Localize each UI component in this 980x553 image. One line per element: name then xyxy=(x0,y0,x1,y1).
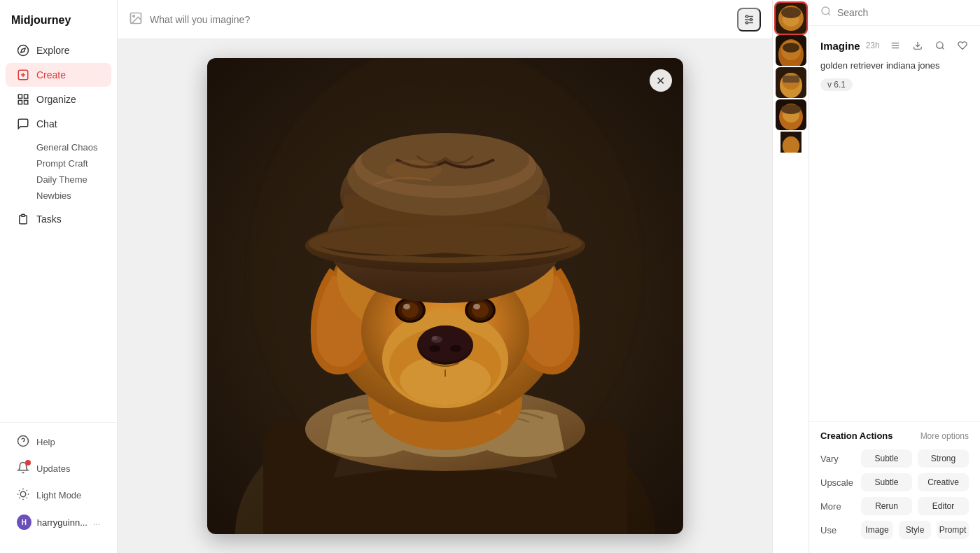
imagine-title-row: Imagine 23h xyxy=(820,36,969,55)
thumbnail-2[interactable] xyxy=(776,35,806,66)
use-image-button[interactable]: Image xyxy=(861,521,893,539)
search-input[interactable] xyxy=(837,7,969,18)
thumbnail-5[interactable] xyxy=(776,132,806,153)
user-profile[interactable]: H harryguinn... ... xyxy=(6,509,111,536)
imagine-input[interactable] xyxy=(150,14,730,25)
svg-point-22 xyxy=(133,15,135,16)
svg-line-15 xyxy=(19,490,20,491)
svg-point-28 xyxy=(746,22,748,24)
vary-subtle-button[interactable]: Subtle xyxy=(861,449,912,468)
chat-submenu: General Chaos Prompt Craft Daily Theme N… xyxy=(0,136,117,206)
editor-button[interactable]: Editor xyxy=(918,497,969,515)
sidebar-item-updates[interactable]: Updates xyxy=(6,456,111,482)
use-prompt-button[interactable]: Prompt xyxy=(937,521,969,539)
bell-icon xyxy=(17,461,29,476)
vary-row: Vary Subtle Strong xyxy=(820,449,969,468)
svg-line-19 xyxy=(19,498,20,498)
vary-label: Vary xyxy=(820,454,855,464)
close-button[interactable]: ✕ xyxy=(650,69,672,92)
help-icon xyxy=(17,435,29,449)
svg-point-45 xyxy=(429,345,440,352)
image-overlay: ✕ xyxy=(207,58,683,534)
sidebar-item-light-mode[interactable]: Light Mode xyxy=(6,482,111,508)
svg-marker-1 xyxy=(21,48,25,52)
compass-icon xyxy=(17,44,29,57)
use-style-button[interactable]: Style xyxy=(899,521,931,539)
heart-icon-btn[interactable] xyxy=(953,36,972,55)
main-image xyxy=(207,58,683,534)
imagine-time: 23h xyxy=(866,41,880,50)
main-content: ✕ xyxy=(118,0,772,553)
sidebar-item-organize[interactable]: Organize xyxy=(6,88,111,111)
rerun-button[interactable]: Rerun xyxy=(861,497,912,515)
more-label: More xyxy=(820,501,855,512)
creation-actions: Creation Actions More options Vary Subtl… xyxy=(809,421,980,553)
sidebar-item-create[interactable]: Create xyxy=(6,63,111,87)
svg-rect-8 xyxy=(24,101,28,104)
svg-point-27 xyxy=(750,18,752,20)
sidebar-nav: Explore Create Organize xyxy=(0,38,117,416)
sidebar-item-help[interactable]: Help xyxy=(6,429,111,455)
upscale-row: Upscale Subtle Creative xyxy=(820,473,969,491)
svg-line-20 xyxy=(27,490,27,491)
svg-rect-5 xyxy=(18,94,22,98)
more-options-link[interactable]: More options xyxy=(920,431,969,441)
tasks-label: Tasks xyxy=(36,214,62,225)
more-row: More Rerun Editor xyxy=(820,497,969,515)
chat-label: Chat xyxy=(36,118,57,130)
upscale-subtle-button[interactable]: Subtle xyxy=(861,473,912,491)
thumbnail-1[interactable] xyxy=(776,3,806,34)
search-action-btn[interactable] xyxy=(930,36,950,55)
menu-icon-btn[interactable] xyxy=(886,36,905,55)
svg-point-84 xyxy=(822,7,830,15)
svg-point-0 xyxy=(18,46,29,56)
svg-line-85 xyxy=(828,13,830,15)
sidebar-item-general-chaos[interactable]: General Chaos xyxy=(31,139,117,155)
svg-point-44 xyxy=(432,336,438,340)
search-icon xyxy=(820,6,832,20)
svg-point-81 xyxy=(781,104,801,114)
chat-icon xyxy=(17,118,29,130)
username: harryguinn... xyxy=(37,517,88,528)
svg-point-54 xyxy=(473,304,480,309)
image-upload-icon[interactable] xyxy=(129,11,143,28)
svg-point-69 xyxy=(781,7,801,18)
sidebar-item-prompt-craft[interactable]: Prompt Craft xyxy=(31,155,117,172)
svg-rect-77 xyxy=(783,76,799,83)
svg-rect-7 xyxy=(18,101,22,104)
sidebar-item-daily-theme[interactable]: Daily Theme xyxy=(31,172,117,188)
svg-line-91 xyxy=(941,48,944,50)
right-panel: Imagine 23h xyxy=(808,0,980,553)
updates-label: Updates xyxy=(36,463,70,474)
version-badge: v 6.1 xyxy=(820,78,853,91)
sidebar: Midjourney Explore Create xyxy=(0,0,118,553)
create-icon xyxy=(17,69,29,81)
app-logo: Midjourney xyxy=(0,11,117,38)
thumbnail-4[interactable] xyxy=(776,99,806,130)
organize-label: Organize xyxy=(36,94,76,105)
upscale-creative-button[interactable]: Creative xyxy=(918,473,969,491)
image-area: ✕ xyxy=(118,39,772,553)
search-bar xyxy=(809,0,980,26)
prompt-text: golden retriever indiana jones xyxy=(820,59,969,72)
svg-rect-6 xyxy=(24,94,28,98)
sun-icon xyxy=(17,488,29,503)
avatar: H xyxy=(17,514,31,530)
thumbnail-strip xyxy=(772,0,808,553)
imagine-label: Imagine xyxy=(820,40,860,52)
vary-strong-button[interactable]: Strong xyxy=(918,449,969,468)
explore-label: Explore xyxy=(36,45,69,56)
sidebar-item-explore[interactable]: Explore xyxy=(6,38,111,62)
svg-point-42 xyxy=(419,326,472,362)
svg-point-50 xyxy=(403,304,410,309)
svg-point-26 xyxy=(746,15,748,18)
download-icon-btn[interactable] xyxy=(908,36,927,55)
grid-icon xyxy=(17,93,29,106)
sidebar-item-chat[interactable]: Chat xyxy=(6,112,111,136)
sidebar-item-tasks[interactable]: Tasks xyxy=(6,207,111,231)
svg-point-46 xyxy=(450,345,461,352)
help-label: Help xyxy=(36,437,55,447)
sidebar-item-newbies[interactable]: Newbies xyxy=(31,188,117,204)
settings-button[interactable] xyxy=(737,8,761,31)
thumbnail-3[interactable] xyxy=(776,67,806,98)
